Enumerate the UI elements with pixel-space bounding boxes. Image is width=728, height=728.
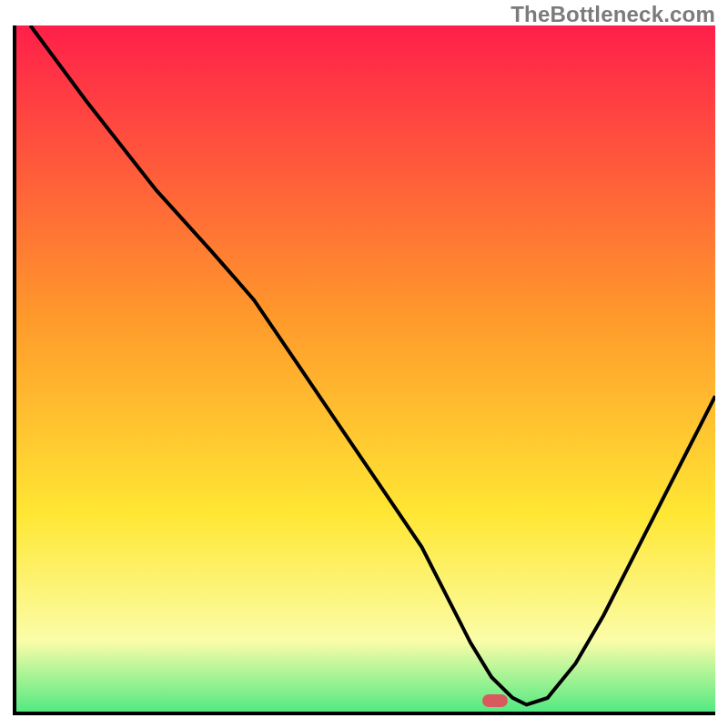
axes-frame: [13, 25, 715, 715]
watermark-text: TheBottleneck.com: [511, 2, 715, 27]
